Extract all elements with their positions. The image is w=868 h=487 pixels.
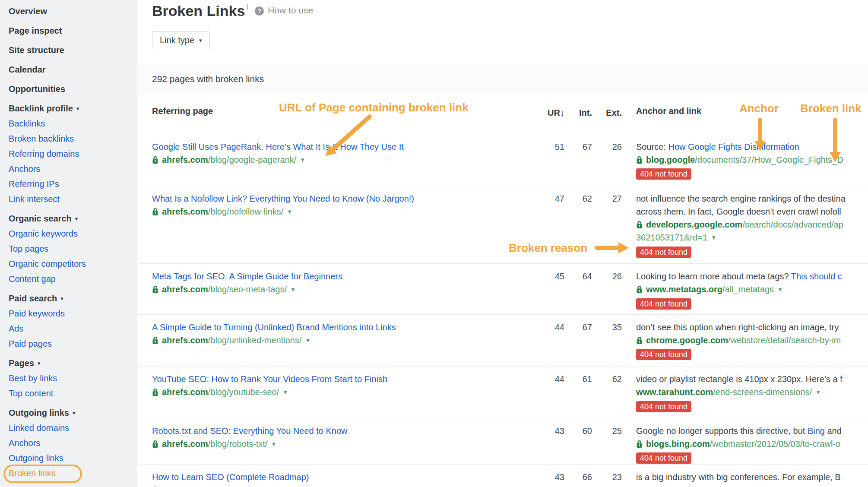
broken-url-path: /end-screens-dimensions/: [713, 387, 812, 397]
sidebar-item-paid-pages[interactable]: Paid pages: [0, 336, 137, 351]
anchor-link[interactable]: Bing: [808, 426, 825, 436]
anchor-link[interactable]: How Google Fights Disinformation: [668, 142, 799, 152]
lock-icon: [636, 336, 643, 345]
referring-page-link[interactable]: What Is a Nofollow Link? Everything You …: [152, 194, 414, 203]
sidebar-item-organic-search[interactable]: Organic search▾: [0, 211, 137, 226]
sidebar-item-label: Outgoing links: [9, 408, 69, 417]
referring-page-link[interactable]: Meta Tags for SEO: A Simple Guide for Be…: [152, 272, 342, 281]
ur-value: 51: [531, 140, 564, 153]
int-value: 67: [564, 140, 592, 153]
results-count-text: 292 pages with broken links: [152, 74, 868, 84]
url-options-caret-icon[interactable]: ▼: [815, 386, 821, 399]
referring-page-link[interactable]: Google Still Uses PageRank. Here’s What …: [152, 142, 404, 152]
sidebar-item-anchors[interactable]: Anchors: [0, 161, 137, 177]
table-row: Robots.txt and SEO: Everything You Need …: [138, 418, 868, 464]
sidebar-item-overview[interactable]: Overview: [0, 4, 137, 19]
ur-value: 43: [531, 424, 564, 437]
help-icon[interactable]: ?: [255, 6, 264, 16]
referring-url-domain: ahrefs.com: [162, 207, 208, 216]
results-count-bar: 292 pages with broken links: [138, 66, 868, 94]
column-header-anchor-and-link[interactable]: Anchor and link: [636, 106, 868, 116]
broken-url-path: /search/docs/advanced/ap: [742, 220, 843, 229]
anchor-text: Google no longer supports this directive…: [636, 426, 808, 436]
sidebar-item-outgoing-links[interactable]: Outgoing links▾: [0, 405, 137, 421]
table-row: Meta Tags for SEO: A Simple Guide for Be…: [138, 263, 868, 314]
link-type-dropdown[interactable]: Link type▾: [152, 31, 210, 49]
sidebar-item-calendar[interactable]: Calendar: [0, 62, 137, 77]
table-row: Google Still Uses PageRank. Here’s What …: [138, 134, 868, 186]
sidebar-item-referring-ips[interactable]: Referring IPs: [0, 177, 137, 192]
int-value: 61: [564, 373, 592, 386]
table-row: YouTube SEO: How to Rank Your Videos Fro…: [138, 366, 868, 418]
sidebar-item-backlinks[interactable]: Backlinks: [0, 116, 137, 131]
sidebar-item-broken-links[interactable]: Broken links: [0, 466, 137, 481]
chevron-down-icon: ▾: [75, 215, 78, 222]
column-header-int[interactable]: Int.: [564, 106, 592, 119]
anchor-link[interactable]: f: [840, 374, 843, 384]
table-header: Referring page UR↓ Int. Ext. Anchor and …: [138, 94, 868, 134]
anchor-text: Source:: [636, 142, 668, 152]
sidebar-item-outgoing-anchors[interactable]: Anchors: [0, 436, 137, 451]
referring-page-link[interactable]: A Simple Guide to Turning (Unlinked) Bra…: [152, 323, 396, 332]
broken-url-path: /webstore/detail/search-by-im: [728, 335, 841, 345]
referring-url-path: /blog/seo-meta-tags/: [208, 285, 287, 294]
column-header-referring-page[interactable]: Referring page: [152, 106, 531, 116]
column-header-ur[interactable]: UR↓: [531, 106, 564, 119]
referring-url-path: /blog/unlinked-mentions/: [208, 335, 302, 345]
sidebar-item-paid-search[interactable]: Paid search▾: [0, 291, 137, 306]
ur-value: 44: [531, 373, 564, 386]
url-options-caret-icon[interactable]: ▼: [305, 334, 311, 347]
int-value: 60: [564, 424, 592, 437]
sidebar-item-ads[interactable]: Ads: [0, 321, 137, 336]
url-options-caret-icon[interactable]: ▼: [290, 283, 296, 296]
chevron-down-icon: ▾: [60, 295, 63, 302]
sidebar-item-top-pages[interactable]: Top pages: [0, 241, 137, 256]
sidebar-item-top-content[interactable]: Top content: [0, 386, 137, 401]
lock-icon: [152, 208, 158, 216]
url-options-caret-icon[interactable]: ▼: [271, 438, 277, 451]
sidebar-item-outgoing-links-report[interactable]: Outgoing links: [0, 451, 137, 466]
sidebar-item-opportunities[interactable]: Opportunities: [0, 82, 137, 97]
broken-url-domain: blogs.bing.com: [646, 439, 710, 449]
broken-reason-badge: 404 not found: [636, 349, 691, 360]
anchor-text: and: [825, 426, 842, 436]
sidebar-item-pages[interactable]: Pages▾: [0, 356, 137, 371]
sidebar-item-referring-domains[interactable]: Referring domains: [0, 146, 137, 161]
anchor-link[interactable]: This should c: [791, 272, 842, 281]
anchor-text: across them. In fact, Google doesn’t eve…: [636, 205, 868, 218]
sidebar-item-organic-keywords[interactable]: Organic keywords: [0, 226, 137, 241]
how-to-use-link[interactable]: How to use: [268, 5, 313, 15]
lock-icon: [152, 156, 158, 164]
sidebar-item-link-intersect[interactable]: Link intersect: [0, 192, 137, 207]
anchor-text: video or playlist rectangle is 410px x 2…: [636, 374, 840, 384]
broken-url-domain: www.metatags.org: [646, 285, 722, 294]
referring-page-link[interactable]: YouTube SEO: How to Rank Your Videos Fro…: [152, 374, 387, 384]
sidebar-item-backlink-profile[interactable]: Backlink profile▾: [0, 101, 137, 116]
sidebar: Overview Page inspect Site structure Cal…: [0, 0, 137, 487]
int-value: 67: [564, 321, 592, 334]
sidebar-item-label: Pages: [9, 358, 34, 368]
sidebar-item-site-structure[interactable]: Site structure: [0, 43, 137, 58]
column-header-ext[interactable]: Ext.: [592, 106, 622, 119]
sidebar-item-paid-keywords[interactable]: Paid keywords: [0, 306, 137, 321]
sidebar-item-linked-domains[interactable]: Linked domains: [0, 421, 137, 436]
link-type-label: Link type: [160, 35, 194, 45]
url-options-caret-icon[interactable]: ▼: [282, 386, 288, 399]
info-superscript: i: [247, 3, 248, 11]
sidebar-item-best-by-links[interactable]: Best by links: [0, 371, 137, 386]
anchor-text: not influence the search engine rankings…: [636, 192, 868, 205]
referring-page-link[interactable]: How to Learn SEO (Complete Roadmap): [152, 472, 309, 482]
url-options-caret-icon[interactable]: ▼: [777, 283, 783, 296]
url-options-caret-icon[interactable]: ▼: [711, 231, 716, 244]
referring-page-link[interactable]: Robots.txt and SEO: Everything You Need …: [152, 426, 348, 436]
int-value: 62: [564, 192, 592, 205]
url-options-caret-icon[interactable]: ▼: [287, 206, 292, 218]
sidebar-item-organic-competitors[interactable]: Organic competitors: [0, 256, 137, 272]
broken-links-report-screen: Overview Page inspect Site structure Cal…: [0, 0, 868, 487]
url-options-caret-icon[interactable]: ▼: [300, 154, 305, 167]
sidebar-item-broken-backlinks[interactable]: Broken backlinks: [0, 131, 137, 146]
ur-value: 45: [531, 270, 564, 283]
lock-icon: [152, 440, 158, 448]
sidebar-item-content-gap[interactable]: Content gap: [0, 272, 137, 287]
sidebar-item-page-inspect[interactable]: Page inspect: [0, 23, 137, 38]
